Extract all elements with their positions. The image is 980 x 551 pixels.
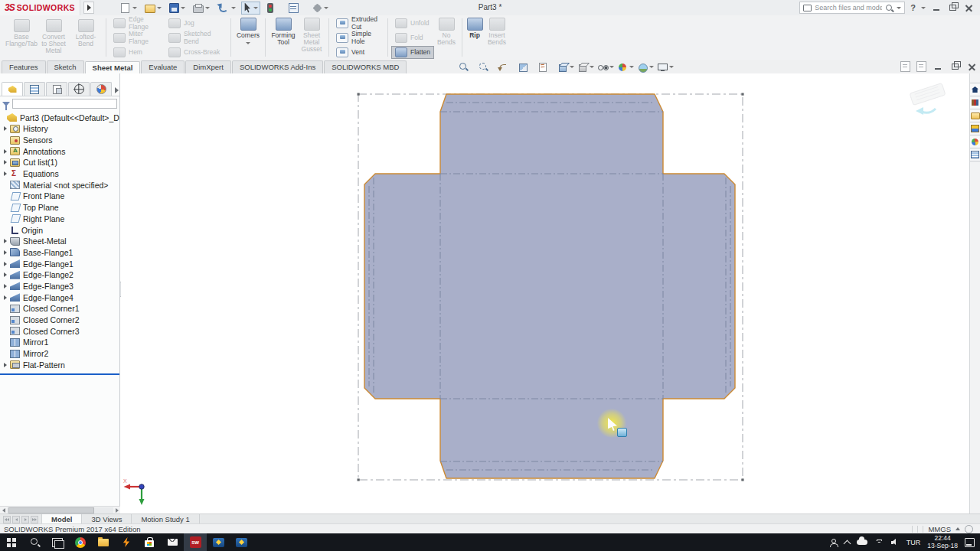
tree-item[interactable]: Edge-Flange3	[0, 281, 119, 292]
taskbar-app-button[interactable]	[161, 533, 184, 551]
dropdown-caret-icon[interactable]	[324, 7, 328, 9]
task-pane-tab[interactable]	[970, 96, 980, 109]
command-tab[interactable]: Sketch	[47, 60, 84, 73]
dropdown-caret-icon[interactable]	[181, 7, 185, 9]
expand-arrow-icon[interactable]	[4, 160, 7, 165]
new-window-icon[interactable]	[900, 61, 910, 72]
task-pane-tab[interactable]	[970, 109, 980, 122]
task-pane-tab[interactable]	[970, 122, 980, 135]
task-pane-tab[interactable]	[970, 83, 980, 96]
dropdown-caret-icon[interactable]	[253, 7, 258, 9]
tree-filter-input[interactable]	[12, 99, 117, 109]
quick-tool-button[interactable]	[286, 2, 307, 15]
taskbar-app-button[interactable]: SW	[184, 533, 207, 551]
tree-item[interactable]: Cut list(1)	[0, 157, 119, 168]
first-tab-button[interactable]	[3, 516, 11, 523]
dropdown-caret-icon[interactable]	[205, 7, 210, 9]
people-icon[interactable]	[830, 539, 838, 546]
tree-item[interactable]: Top Plane	[0, 202, 119, 214]
tree-item[interactable]: History	[0, 123, 119, 135]
tree-item[interactable]: Mirror1	[0, 337, 119, 348]
taskbar-app-button[interactable]	[115, 533, 138, 551]
heads-up-tool[interactable]	[637, 62, 654, 73]
taskbar-app-button[interactable]	[69, 533, 92, 551]
dropdown-caret-icon[interactable]	[649, 66, 654, 68]
ribbon-small-button[interactable]: Edge Flange	[109, 17, 165, 30]
taskbar-app-button[interactable]	[92, 533, 115, 551]
corners-button[interactable]: Corners	[234, 15, 262, 60]
ribbon-small-button[interactable]: Sketched Bend	[165, 31, 227, 44]
status-gear-icon[interactable]	[965, 525, 973, 533]
insert-bends-button[interactable]: InsertBends	[484, 15, 510, 60]
tray-expand-icon[interactable]	[843, 540, 851, 547]
expand-arrow-icon[interactable]	[4, 272, 7, 277]
tab-feature-manager[interactable]	[2, 82, 23, 96]
next-tab-button[interactable]	[21, 516, 29, 523]
search-dropdown-icon[interactable]	[897, 7, 901, 9]
ribbon-small-button[interactable]: Fold	[391, 31, 434, 44]
graphics-viewport[interactable]: X	[121, 73, 969, 514]
taskbar-app-button[interactable]	[230, 533, 253, 551]
prev-tab-button[interactable]	[12, 516, 20, 523]
units-selector[interactable]: MMGS	[928, 525, 951, 533]
dropdown-caret-icon[interactable]	[669, 66, 674, 68]
tree-item[interactable]: Mirror2	[0, 348, 119, 360]
quick-tool-button[interactable]	[215, 0, 238, 15]
scrollbar-thumb[interactable]	[8, 507, 94, 514]
menu-flyout-button[interactable]	[83, 2, 94, 14]
taskbar-app-button[interactable]	[207, 533, 230, 551]
tree-item[interactable]: Annotations	[0, 145, 119, 157]
dropdown-caret-icon[interactable]	[570, 66, 574, 68]
dropdown-caret-icon[interactable]	[132, 7, 137, 9]
expand-arrow-icon[interactable]	[4, 171, 7, 176]
heads-up-tool[interactable]	[518, 62, 534, 73]
heads-up-tool[interactable]	[498, 62, 514, 73]
units-dropdown-icon[interactable]	[956, 527, 960, 530]
heads-up-tool[interactable]	[478, 62, 495, 73]
sheet-metal-gusset-button[interactable]: SheetMetalGusset	[298, 15, 325, 60]
tree-item[interactable]: Equations	[0, 168, 119, 180]
heads-up-tool[interactable]	[597, 62, 614, 73]
tree-item[interactable]: Sheet-Metal	[0, 236, 119, 247]
tree-item[interactable]: Closed Corner3	[0, 325, 119, 337]
expand-arrow-icon[interactable]	[4, 149, 7, 154]
ribbon-large-button[interactable]: Convertto SheetMetal	[38, 17, 70, 58]
rollback-bar[interactable]	[0, 373, 119, 375]
heads-up-tool[interactable]	[458, 62, 475, 73]
ribbon-small-button[interactable]: Miter Flange	[109, 31, 165, 44]
ribbon-small-button[interactable]: Hem	[109, 46, 165, 59]
heads-up-tool[interactable]	[537, 62, 554, 73]
search-input[interactable]: Search files and models	[799, 2, 905, 14]
last-tab-button[interactable]	[31, 516, 38, 523]
panel-expand-icon[interactable]	[115, 87, 119, 93]
command-tab[interactable]: DimXpert	[185, 60, 231, 73]
heads-up-tool[interactable]	[617, 62, 634, 73]
tree-item[interactable]: Sensors	[0, 135, 119, 146]
quick-tool-button[interactable]	[167, 2, 188, 15]
tab-configuration-manager[interactable]	[46, 82, 67, 96]
tab-display-manager[interactable]	[90, 82, 112, 96]
minimize-button[interactable]	[931, 2, 942, 13]
expand-arrow-icon[interactable]	[4, 239, 7, 243]
dropdown-caret-icon[interactable]	[231, 7, 236, 9]
language-indicator[interactable]: TUR	[906, 539, 921, 546]
onedrive-cloud-icon[interactable]	[857, 540, 867, 545]
help-dropdown-icon[interactable]	[921, 7, 926, 9]
taskbar-app-button[interactable]	[46, 533, 69, 551]
tree-item[interactable]: Flat-Pattern	[0, 359, 119, 370]
sheet-metal-flat-pattern[interactable]	[364, 94, 735, 478]
close-button[interactable]	[963, 2, 974, 13]
task-pane-tab[interactable]	[970, 148, 980, 161]
dropdown-caret-icon[interactable]	[609, 66, 614, 68]
restore-button[interactable]	[947, 2, 958, 13]
ribbon-small-button[interactable]: Unfold	[391, 17, 434, 30]
search-icon[interactable]	[885, 4, 893, 12]
heads-up-tool[interactable]	[557, 62, 574, 73]
heads-up-tool[interactable]	[577, 62, 594, 73]
tree-item[interactable]: Origin	[0, 224, 119, 236]
rip-button[interactable]: Rip	[466, 15, 484, 60]
tree-item[interactable]: Edge-Flange4	[0, 292, 119, 303]
tab-property-manager[interactable]	[24, 82, 45, 96]
ribbon-small-button[interactable]: Cross-Break	[165, 46, 227, 59]
tree-root-item[interactable]: Part3 (Default<<Default>_Display State	[0, 112, 119, 123]
